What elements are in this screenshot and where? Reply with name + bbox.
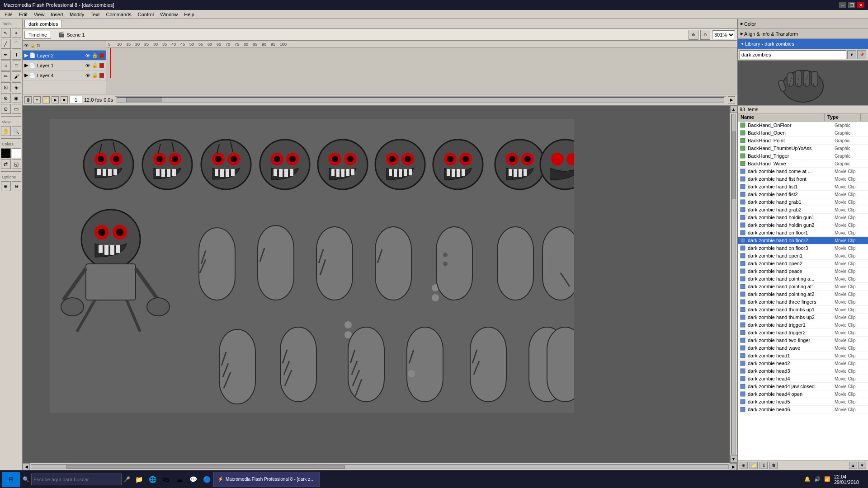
lib-item-20[interactable]: dark zombie hand pointing a...Movie Clip bbox=[738, 275, 868, 283]
lib-item-30[interactable]: dark zombie head1Movie Clip bbox=[738, 352, 868, 360]
lib-item-8[interactable]: dark zombie hand fist1Movie Clip bbox=[738, 183, 868, 191]
arrow-tool[interactable]: ↖ bbox=[1, 28, 11, 38]
freexform-tool[interactable]: ⊡ bbox=[1, 82, 11, 92]
lib-item-13[interactable]: dark zombie hand holdin gun2Movie Clip bbox=[738, 221, 868, 229]
canvas-vscrollbar[interactable]: ▲ ▼ bbox=[730, 106, 737, 463]
lib-col-type[interactable]: Type bbox=[825, 113, 861, 121]
start-button[interactable]: ⊞ bbox=[2, 472, 20, 487]
lib-item-27[interactable]: dark zombie hand trigger2Movie Clip bbox=[738, 329, 868, 337]
lib-col-name[interactable]: Name bbox=[738, 113, 825, 121]
color-section[interactable]: ▶ Color bbox=[738, 19, 868, 29]
lib-delete-btn[interactable]: 🗑 bbox=[769, 462, 778, 469]
pencil-tool[interactable]: ✏ bbox=[1, 71, 11, 81]
canvas-scrollbar-thumb[interactable] bbox=[66, 465, 345, 469]
document-tab[interactable]: dark zombies bbox=[24, 20, 62, 28]
option-btn-2[interactable]: ⊖ bbox=[12, 181, 22, 191]
library-options-btn[interactable]: ▼ bbox=[847, 50, 856, 59]
brush-tool[interactable]: 🖌 bbox=[12, 71, 22, 81]
swap-colors[interactable]: ⇄ bbox=[1, 159, 11, 169]
canvas-hscrollbar[interactable]: ◀ ▶ bbox=[23, 463, 737, 470]
canvas-scrollbar-track[interactable] bbox=[31, 465, 729, 469]
taskbar-search[interactable]: 🔍 🎤 bbox=[21, 474, 132, 485]
lib-item-26[interactable]: dark zombie hand trigger1Movie Clip bbox=[738, 321, 868, 329]
lib-item-0[interactable]: BackHand_OnFloorGraphic bbox=[738, 122, 868, 129]
h-scrollbar-track[interactable] bbox=[117, 97, 724, 103]
oval-tool[interactable]: ○ bbox=[1, 61, 11, 70]
align-section[interactable]: ▶ Align & Info & Transform bbox=[738, 29, 868, 39]
stop-btn[interactable]: ■ bbox=[61, 96, 68, 103]
add-layer-btn[interactable]: + bbox=[33, 96, 41, 103]
lib-properties-btn[interactable]: ℹ bbox=[760, 462, 768, 469]
taskbar-icon-edge[interactable]: 🌐 bbox=[146, 474, 158, 485]
lib-item-19[interactable]: dark zombie hand peaceMovie Clip bbox=[738, 267, 868, 275]
eraser-tool[interactable]: ▭ bbox=[12, 104, 22, 114]
layer-lock-4[interactable]: 🔒 bbox=[92, 72, 98, 78]
option-btn-1[interactable]: ⊕ bbox=[1, 181, 11, 191]
lib-item-1[interactable]: BackHand_OpenGraphic bbox=[738, 129, 868, 137]
line-tool[interactable]: ╱ bbox=[1, 39, 11, 49]
default-colors[interactable]: ◱ bbox=[12, 159, 22, 169]
menu-text[interactable]: Text bbox=[88, 11, 102, 18]
menu-commands[interactable]: Commands bbox=[103, 11, 134, 18]
play-btn[interactable]: ▶ bbox=[52, 96, 59, 103]
lib-item-36[interactable]: dark zombie head5Movie Clip bbox=[738, 398, 868, 406]
menu-help[interactable]: Help bbox=[181, 11, 197, 18]
lib-item-3[interactable]: BackHand_ThumbsUpYoAssGraphic bbox=[738, 145, 868, 152]
lib-item-31[interactable]: dark zombie head2Movie Clip bbox=[738, 360, 868, 367]
layer-eye-1[interactable]: 👁 bbox=[85, 63, 90, 68]
window-controls[interactable]: ─ ❐ ✕ bbox=[839, 2, 864, 8]
layer-eye-4[interactable]: 👁 bbox=[85, 73, 90, 78]
menu-view[interactable]: View bbox=[31, 11, 47, 18]
subselect-tool[interactable]: ⌖ bbox=[12, 28, 22, 38]
lib-item-35[interactable]: dark zombie head4 openMovie Clip bbox=[738, 390, 868, 398]
layer-row-1[interactable]: ▶ 📄 Layer 1 👁 🔒 bbox=[23, 61, 106, 70]
taskbar-search-input[interactable] bbox=[31, 474, 122, 485]
lib-scroll-up-btn[interactable]: ▲ bbox=[849, 462, 857, 469]
taskbar-flash-btn[interactable]: ⚡ Macromedia Flash Professional 8 - [dar… bbox=[213, 472, 320, 487]
layer-row-4[interactable]: ▶ 📄 Layer 4 👁 🔒 bbox=[23, 70, 106, 80]
minimize-button[interactable]: ─ bbox=[839, 2, 846, 8]
stroke-color[interactable] bbox=[1, 148, 11, 158]
taskbar-icon-store[interactable]: 🛍 bbox=[160, 474, 172, 485]
scroll-right-canvas-btn[interactable]: ▶ bbox=[730, 463, 737, 470]
close-button[interactable]: ✕ bbox=[857, 2, 864, 8]
lib-item-21[interactable]: dark zombie hand pointing at1Movie Clip bbox=[738, 283, 868, 291]
layer-lock[interactable]: 🔒 bbox=[92, 52, 98, 58]
lasso-tool[interactable]: ⌒ bbox=[12, 39, 22, 49]
timeline-scrollbar[interactable] bbox=[115, 96, 726, 103]
rect-tool[interactable]: □ bbox=[12, 61, 22, 70]
lib-item-23[interactable]: dark zombie hand three fingersMovie Clip bbox=[738, 298, 868, 306]
timeline-btn-1[interactable]: ⊕ bbox=[689, 30, 698, 40]
lib-item-4[interactable]: BackHand_TriggerGraphic bbox=[738, 152, 868, 160]
library-pin-btn[interactable]: 📌 bbox=[857, 50, 866, 59]
zoom-tool[interactable]: 🔍 bbox=[12, 126, 22, 136]
lib-item-11[interactable]: dark zombie hand grab2Movie Clip bbox=[738, 206, 868, 214]
lib-item-2[interactable]: BackHand_PointGraphic bbox=[738, 137, 868, 145]
lib-item-33[interactable]: dark zombie head4Movie Clip bbox=[738, 375, 868, 383]
scroll-up-btn[interactable]: ▲ bbox=[730, 106, 737, 113]
library-list[interactable]: BackHand_OnFloorGraphicBackHand_OpenGrap… bbox=[738, 122, 868, 460]
menu-insert[interactable]: Insert bbox=[48, 11, 66, 18]
lib-item-9[interactable]: dark zombie hand fist2Movie Clip bbox=[738, 191, 868, 198]
timeline-frames[interactable]: 5 10 15 20 25 30 35 40 45 50 55 60 65 70 bbox=[106, 41, 737, 94]
restore-button[interactable]: ❐ bbox=[848, 2, 855, 8]
lib-item-24[interactable]: dark zombie hand thumbs up1Movie Clip bbox=[738, 306, 868, 314]
layer-lock-1[interactable]: 🔒 bbox=[92, 62, 98, 68]
canvas-vscrollbar-track[interactable] bbox=[731, 114, 736, 455]
menu-window[interactable]: Window bbox=[157, 11, 180, 18]
gradxform-tool[interactable]: ◈ bbox=[12, 82, 22, 92]
lib-new-folder-btn[interactable]: 📁 bbox=[750, 462, 758, 469]
lib-scroll-down-btn[interactable]: ▼ bbox=[858, 462, 866, 469]
timeline-btn-2[interactable]: ⊖ bbox=[700, 30, 710, 40]
hand-tool[interactable]: ✋ bbox=[1, 126, 11, 136]
lib-item-6[interactable]: dark zombie hand come at ...Movie Clip bbox=[738, 168, 868, 175]
taskbar-icon-chrome[interactable]: 🔵 bbox=[201, 474, 212, 485]
layer-eye[interactable]: 👁 bbox=[85, 53, 90, 58]
lib-item-17[interactable]: dark zombie hand open1Movie Clip bbox=[738, 252, 868, 260]
lib-item-14[interactable]: dark zombie hand on floor1Movie Clip bbox=[738, 229, 868, 237]
lib-item-22[interactable]: dark zombie hand pointing at2Movie Clip bbox=[738, 291, 868, 298]
lib-item-29[interactable]: dark zombie hand waveMovie Clip bbox=[738, 344, 868, 352]
lib-item-7[interactable]: dark zombie hand fist frontMovie Clip bbox=[738, 175, 868, 183]
scroll-down-btn[interactable]: ▼ bbox=[730, 455, 737, 463]
lib-item-18[interactable]: dark zombie hand open2Movie Clip bbox=[738, 260, 868, 267]
